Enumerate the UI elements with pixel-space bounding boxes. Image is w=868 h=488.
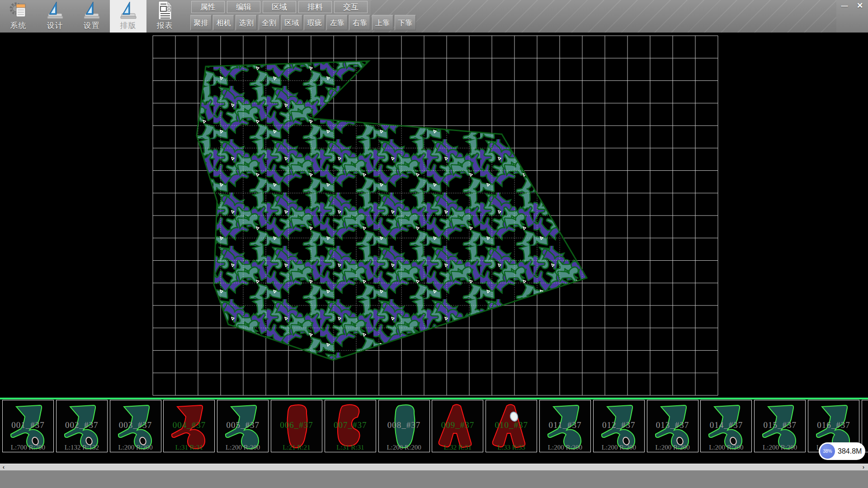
system-gear-icon	[9, 0, 28, 20]
leather-hide[interactable]	[197, 61, 587, 360]
piece-cell-001[interactable]: 001_#37L:700 R:700	[2, 400, 54, 452]
piece-name: 011_#37	[540, 420, 590, 430]
close-button[interactable]: ✕	[853, 1, 867, 11]
piece-name: 008_#37	[379, 420, 429, 430]
nav-button-label: 排版	[120, 20, 137, 31]
nav-button-design[interactable]: 设计	[37, 0, 73, 33]
piece-name: 012_#37	[594, 420, 644, 430]
progress-circle: 38%	[820, 444, 835, 459]
menu-item-1[interactable]: 编辑	[227, 1, 260, 13]
scroll-left-arrow-icon[interactable]: ‹	[0, 464, 7, 471]
menu-item-2[interactable]: 区域	[263, 1, 296, 13]
tool-button-2[interactable]: 选割	[236, 15, 257, 30]
piece-lr-count: L:31 R:31	[164, 444, 214, 451]
tool-button-0[interactable]: 聚排	[190, 15, 212, 30]
piece-lr-count: L:200 R:200	[379, 444, 429, 451]
piece-lr-count: L:21 R:21	[271, 444, 322, 451]
piece-cell-003[interactable]: 003_#37L:200 R:200	[110, 400, 161, 452]
piece-name: 001_#37	[3, 420, 53, 430]
piece-name: 004_#37	[164, 420, 214, 430]
piece-cell-015[interactable]: 015_#37L:200 R:200	[754, 400, 806, 452]
piece-lr-count: L:200 R:200	[647, 444, 698, 451]
tool-button-7[interactable]: 右靠	[349, 15, 370, 30]
piece-name: 013_#37	[647, 420, 698, 430]
piece-lr-count: L:700 R:700	[3, 444, 53, 451]
nesting-ruler-icon	[119, 0, 137, 20]
menu-item-0[interactable]: 属性	[191, 1, 225, 13]
horizontal-scrollbar[interactable]: ‹ ›	[0, 464, 868, 470]
piece-cell-014[interactable]: 014_#37L:200 R:200	[700, 400, 752, 452]
piece-strip: 001_#37L:700 R:700002_#37L:132 R:132003_…	[0, 400, 868, 452]
piece-cell-012[interactable]: 012_#37L:200 R:200	[593, 400, 645, 452]
report-doc-icon	[156, 0, 174, 20]
tool-button-9[interactable]: 下靠	[395, 15, 416, 30]
piece-lr-count: L:132 R:132	[57, 444, 107, 451]
piece-cell-007[interactable]: 007_#37L:31 R:31	[325, 400, 376, 452]
piece-name: 003_#37	[110, 420, 161, 430]
piece-lr-count: L:200 R:200	[701, 444, 751, 451]
memory-value: 384.8M	[838, 442, 862, 460]
menu-item-3[interactable]: 排料	[298, 1, 332, 13]
nav-button-label: 设置	[84, 20, 100, 31]
piece-name: 002_#37	[57, 420, 107, 430]
strip-divider-line	[0, 398, 868, 399]
piece-lr-count: L:32 R:31	[432, 444, 483, 451]
nav-button-label: 报表	[157, 20, 173, 31]
piece-name: 006_#37	[271, 420, 322, 430]
piece-name: 010_#37	[486, 420, 537, 430]
nav-button-setup[interactable]: 设置	[73, 0, 110, 33]
piece-cell-002[interactable]: 002_#37L:132 R:132	[56, 400, 108, 452]
piece-name: 0	[862, 420, 868, 430]
piece-name: 007_#37	[325, 420, 376, 430]
nav-button-label: 系统	[10, 20, 27, 31]
piece-cell-004[interactable]: 004_#37L:31 R:31	[163, 400, 215, 452]
piece-lr-count: L:200 R:200	[540, 444, 590, 451]
piece-lr-count: L:200 R:200	[110, 444, 161, 451]
tool-button-3[interactable]: 全割	[259, 15, 280, 30]
piece-lr-count: L:33 R:33	[486, 444, 537, 451]
tool-button-5[interactable]: 瑕疵	[304, 15, 325, 30]
status-badge: 38% 384.8M	[819, 442, 865, 460]
tool-button-1[interactable]: 相机	[213, 15, 234, 30]
piece-cell-006[interactable]: 006_#37L:21 R:21	[271, 400, 322, 452]
piece-name: 009_#37	[432, 420, 483, 430]
scroll-right-arrow-icon[interactable]: ›	[860, 464, 867, 471]
piece-cell-013[interactable]: 013_#37L:200 R:200	[647, 400, 698, 452]
settings-ruler-icon	[83, 0, 101, 20]
piece-cell-010[interactable]: 010_#37L:33 R:33	[486, 400, 537, 452]
menu-item-4[interactable]: 交互	[334, 1, 368, 13]
piece-lr-count: L:200 R:200	[594, 444, 644, 451]
tool-button-4[interactable]: 区域	[281, 15, 302, 30]
piece-name: 015_#37	[755, 420, 805, 430]
nav-button-report[interactable]: 报表	[146, 0, 183, 33]
nav-button-nest[interactable]: 排版	[110, 0, 146, 33]
bottom-band	[0, 470, 868, 488]
piece-cell-008[interactable]: 008_#37L:200 R:200	[378, 400, 430, 452]
toolbar-texture	[371, 0, 836, 33]
tool-button-6[interactable]: 左靠	[326, 15, 348, 30]
nav-button-label: 设计	[47, 20, 63, 31]
piece-cell-009[interactable]: 009_#37L:32 R:31	[432, 400, 483, 452]
piece-cell-005[interactable]: 005_#37L:200 R:200	[217, 400, 269, 452]
piece-name: 005_#37	[217, 420, 268, 430]
piece-cell-011[interactable]: 011_#37L:200 R:200	[539, 400, 591, 452]
design-ruler-icon	[46, 0, 64, 20]
piece-name: 016_#37	[808, 420, 859, 430]
tool-button-8[interactable]: 上靠	[372, 15, 393, 30]
piece-name: 014_#37	[701, 420, 751, 430]
piece-lr-count: L:200 R:200	[217, 444, 268, 451]
nav-button-system[interactable]: 系统	[0, 0, 37, 33]
toolbar: 系统设计设置排版报表 属性编辑区域排料交互 聚排相机选割全割区域瑕疵左靠右靠上靠…	[0, 0, 868, 33]
minimize-button[interactable]: —	[837, 1, 852, 11]
piece-lr-count: L:200 R:200	[755, 444, 805, 451]
piece-lr-count: L:31 R:31	[325, 444, 376, 451]
